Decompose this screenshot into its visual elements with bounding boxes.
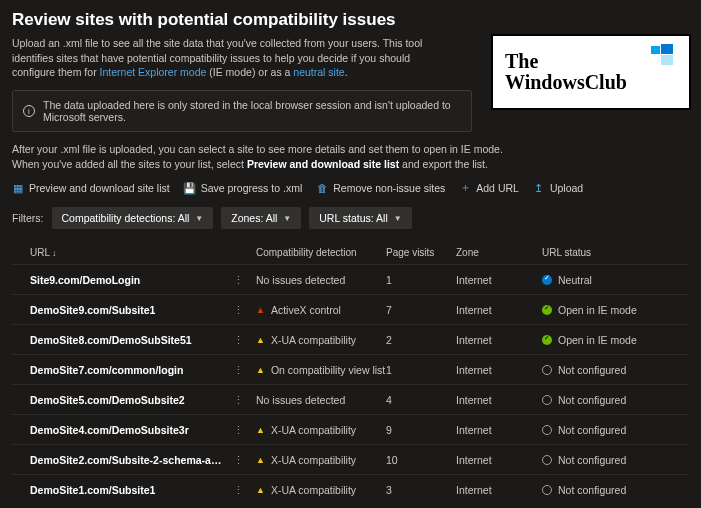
status-cell: Open in IE mode: [542, 334, 682, 346]
table-row[interactable]: DemoSite5.com/DemoSubsite2⋮No issues det…: [12, 384, 689, 414]
url-text: DemoSite2.com/Subsite-2-schema-and-enter…: [30, 454, 226, 466]
more-icon[interactable]: ⋮: [229, 484, 248, 496]
col-status[interactable]: URL status: [542, 247, 682, 258]
preview-label: Preview and download site list: [29, 182, 170, 194]
instructions-text: After your .xml file is uploaded, you ca…: [12, 142, 512, 171]
upload-icon: ↥: [533, 182, 545, 194]
neutral-site-link[interactable]: neutral site: [293, 66, 344, 78]
desc2-bold: Preview and download site list: [247, 158, 399, 170]
more-icon[interactable]: ⋮: [229, 454, 248, 466]
remove-button[interactable]: 🗑Remove non-issue sites: [316, 182, 445, 194]
table-row[interactable]: DemoSite2.com/Subsite-2-schema-and-enter…: [12, 444, 689, 474]
info-icon: i: [23, 105, 35, 117]
check-icon: [542, 275, 552, 285]
save-icon: 💾: [184, 182, 196, 195]
logo-text: The WindowsClub: [505, 51, 627, 93]
sort-icon: ↓: [52, 248, 57, 258]
warning-icon: ▲: [256, 335, 265, 345]
save-label: Save progress to .xml: [201, 182, 303, 194]
visits-cell: 9: [386, 424, 456, 436]
more-icon[interactable]: ⋮: [229, 304, 248, 316]
check-icon: [542, 305, 552, 315]
visits-cell: 2: [386, 334, 456, 346]
chevron-down-icon: ▼: [195, 214, 203, 223]
more-icon[interactable]: ⋮: [229, 364, 248, 376]
warning-icon: ▲: [256, 485, 265, 495]
upload-label: Upload: [550, 182, 583, 194]
table-row[interactable]: DemoSite9.com/Subsite1⋮▲ActiveX control7…: [12, 294, 689, 324]
status-cell: Not configured: [542, 424, 682, 436]
url-text: DemoSite7.com/common/login: [30, 364, 183, 376]
windows-icon: [651, 44, 673, 66]
status-cell: Open in IE mode: [542, 304, 682, 316]
more-icon[interactable]: ⋮: [229, 274, 248, 286]
more-icon[interactable]: ⋮: [229, 334, 248, 346]
filter-status-label: URL status: All: [319, 212, 387, 224]
compat-cell: ▲X-UA compatibility: [256, 424, 386, 436]
add-url-button[interactable]: ＋Add URL: [459, 181, 519, 195]
filter-compat-label: Compatibility detections: All: [62, 212, 190, 224]
filter-zones[interactable]: Zones: All▼: [221, 207, 301, 229]
compat-cell: ▲X-UA compatibility: [256, 484, 386, 496]
circle-icon: [542, 395, 552, 405]
table-row[interactable]: DemoSite8.com/DemoSubSite51⋮▲X-UA compat…: [12, 324, 689, 354]
desc-text: (IE mode) or as a: [206, 66, 293, 78]
visits-cell: 10: [386, 454, 456, 466]
compat-cell: No issues detected: [256, 394, 386, 406]
remove-icon: 🗑: [316, 182, 328, 194]
desc2-post: and export the list.: [399, 158, 488, 170]
url-text: DemoSite4.com/DemoSubsite3r: [30, 424, 189, 436]
svg-rect-3: [661, 55, 673, 65]
url-text: DemoSite8.com/DemoSubSite51: [30, 334, 192, 346]
more-icon[interactable]: ⋮: [229, 394, 248, 406]
compat-cell: ▲On compatibility view list: [256, 364, 386, 376]
zone-cell: Internet: [456, 454, 542, 466]
table-row[interactable]: DemoSite1.com/Subsite1⋮▲X-UA compatibili…: [12, 474, 689, 504]
visits-cell: 4: [386, 394, 456, 406]
status-cell: Not configured: [542, 454, 682, 466]
filter-bar: Filters: Compatibility detections: All▼ …: [12, 207, 689, 229]
url-text: DemoSite5.com/DemoSubsite2: [30, 394, 185, 406]
status-cell: Not configured: [542, 364, 682, 376]
table-row[interactable]: Site9.com/DemoLogin⋮No issues detected1I…: [12, 264, 689, 294]
col-zone[interactable]: Zone: [456, 247, 542, 258]
ie-mode-link[interactable]: Internet Explorer mode: [100, 66, 207, 78]
zone-cell: Internet: [456, 424, 542, 436]
zone-cell: Internet: [456, 364, 542, 376]
filter-compat[interactable]: Compatibility detections: All▼: [52, 207, 214, 229]
zone-cell: Internet: [456, 304, 542, 316]
chevron-down-icon: ▼: [283, 214, 291, 223]
chevron-down-icon: ▼: [394, 214, 402, 223]
col-url-label: URL: [30, 247, 50, 258]
status-cell: Not configured: [542, 394, 682, 406]
url-text: DemoSite9.com/Subsite1: [30, 304, 155, 316]
save-button[interactable]: 💾Save progress to .xml: [184, 182, 303, 195]
more-icon[interactable]: ⋮: [229, 424, 248, 436]
filter-status[interactable]: URL status: All▼: [309, 207, 411, 229]
check-icon: [542, 335, 552, 345]
circle-icon: [542, 365, 552, 375]
filters-label: Filters:: [12, 212, 44, 224]
col-compat[interactable]: Compatibility detection: [256, 247, 386, 258]
visits-cell: 1: [386, 274, 456, 286]
compat-cell: ▲X-UA compatibility: [256, 334, 386, 346]
url-text: Site9.com/DemoLogin: [30, 274, 140, 286]
col-url[interactable]: URL↓: [30, 247, 256, 258]
zone-cell: Internet: [456, 394, 542, 406]
visits-cell: 1: [386, 364, 456, 376]
desc-text: .: [345, 66, 348, 78]
remove-label: Remove non-issue sites: [333, 182, 445, 194]
status-cell: Not configured: [542, 484, 682, 496]
table-row[interactable]: DemoSite7.com/common/login⋮▲On compatibi…: [12, 354, 689, 384]
add-label: Add URL: [476, 182, 519, 194]
svg-rect-0: [651, 46, 660, 54]
url-text: DemoSite1.com/Subsite1: [30, 484, 155, 496]
visits-cell: 7: [386, 304, 456, 316]
page-title: Review sites with potential compatibilit…: [12, 10, 689, 30]
preview-button[interactable]: ▦Preview and download site list: [12, 182, 170, 194]
toolbar: ▦Preview and download site list 💾Save pr…: [12, 181, 689, 195]
col-visits[interactable]: Page visits: [386, 247, 456, 258]
table-row[interactable]: DemoSite4.com/DemoSubsite3r⋮▲X-UA compat…: [12, 414, 689, 444]
warning-icon: ▲: [256, 455, 265, 465]
upload-button[interactable]: ↥Upload: [533, 182, 583, 194]
